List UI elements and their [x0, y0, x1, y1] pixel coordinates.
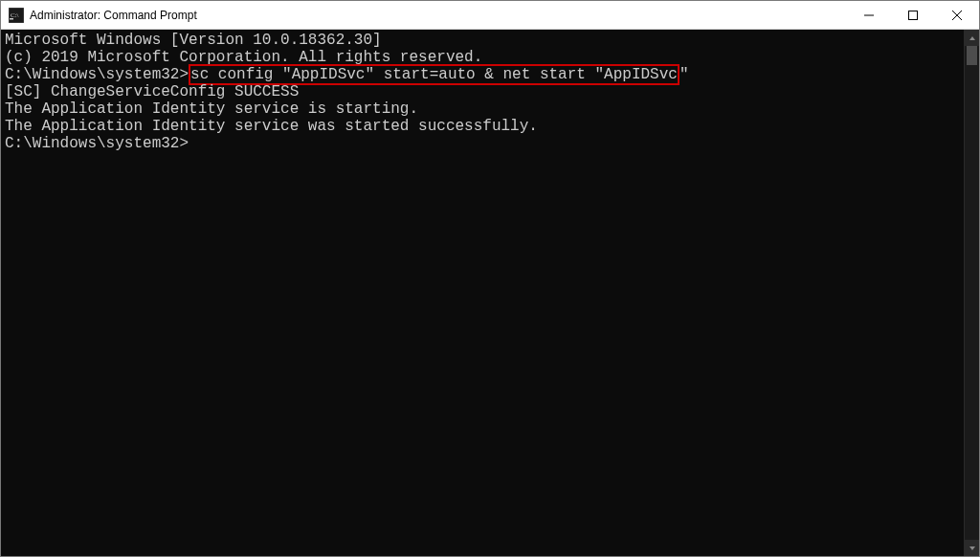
terminal-prompt: C:\Windows\system32> — [1, 135, 964, 152]
maximize-button[interactable] — [891, 1, 935, 29]
terminal-line: [SC] ChangeServiceConfig SUCCESS — [1, 83, 964, 100]
terminal-line: The Application Identity service is star… — [1, 100, 964, 118]
scroll-down-button[interactable] — [965, 540, 979, 556]
command-prompt-window: C:\ Administrator: Command Prompt Micros… — [0, 0, 980, 557]
scroll-up-button[interactable] — [965, 30, 979, 46]
command-tail: " — [679, 66, 689, 83]
window-controls — [847, 1, 979, 29]
scrollbar-thumb[interactable] — [967, 46, 977, 65]
svg-text:C:\: C:\ — [11, 11, 19, 19]
close-button[interactable] — [935, 1, 979, 29]
highlighted-command: sc config "AppIDSvc" start=auto & net st… — [189, 64, 679, 85]
terminal-command-line: C:\Windows\system32>sc config "AppIDSvc"… — [1, 66, 964, 83]
terminal-area: Microsoft Windows [Version 10.0.18362.30… — [1, 30, 979, 556]
prompt-prefix: C:\Windows\system32> — [5, 66, 189, 83]
minimize-button[interactable] — [847, 1, 891, 29]
svg-rect-2 — [10, 18, 13, 20]
window-title: Administrator: Command Prompt — [30, 9, 197, 22]
terminal-output[interactable]: Microsoft Windows [Version 10.0.18362.30… — [1, 30, 964, 556]
terminal-line: Microsoft Windows [Version 10.0.18362.30… — [1, 32, 964, 49]
titlebar-left: C:\ Administrator: Command Prompt — [1, 8, 197, 23]
terminal-line: The Application Identity service was sta… — [1, 118, 964, 135]
command-prompt-icon: C:\ — [9, 8, 24, 23]
vertical-scrollbar[interactable] — [964, 30, 979, 556]
titlebar[interactable]: C:\ Administrator: Command Prompt — [1, 1, 979, 30]
svg-rect-4 — [909, 11, 918, 19]
